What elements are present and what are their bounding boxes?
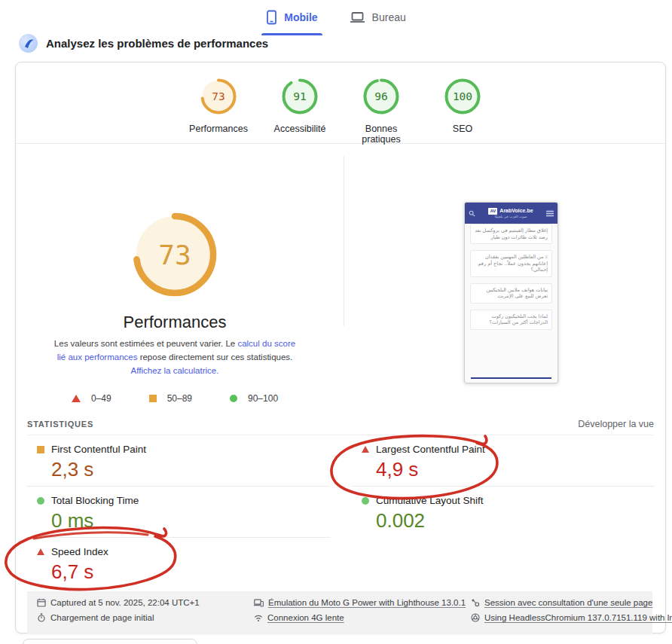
browser-version-text[interactable]: Using HeadlessChromium 137.0.7151.119 wi…	[484, 613, 672, 622]
page-load-type: Chargement de page initial	[37, 613, 254, 622]
metrics-column-right: Largest Contentful Paint 4,9 s Cumulativ…	[351, 435, 655, 588]
search-icon	[469, 210, 475, 217]
performance-overview: 73 Performances Les valeurs sont estimée…	[16, 144, 665, 414]
calendar-icon	[37, 598, 46, 607]
browser-version: Using HeadlessChromium 137.0.7151.119 wi…	[471, 613, 672, 622]
legend-fail-range: 0–49	[91, 393, 111, 404]
metric-label: Total Blocking Time	[51, 495, 139, 506]
metric-label: Speed Index	[51, 546, 108, 557]
session-type: Session avec consultation d'une seule pa…	[471, 598, 672, 607]
performance-insights-icon	[19, 34, 38, 53]
main-gauge-value: 73	[133, 212, 217, 297]
metric-value: 4,9 s	[376, 458, 655, 481]
score-accessibilite[interactable]: 91 Accessibilité	[264, 78, 336, 143]
final-screenshot-thumbnail: AV ArabVoice.be صوت العرب في بلجيكا إغلا…	[464, 202, 558, 383]
score-gauge: 96	[363, 78, 399, 114]
metric-first-contentful-paint: First Contentful Paint 2,3 s	[26, 435, 330, 487]
metric-label: First Contentful Paint	[51, 444, 146, 455]
chromium-icon	[471, 613, 480, 622]
tab-desktop[interactable]: Bureau	[345, 3, 411, 35]
calculator-link[interactable]: Affichez la calculatrice.	[131, 366, 219, 375]
fail-triangle-icon	[37, 548, 44, 555]
score-gauge: 100	[444, 78, 481, 114]
network-throttling: Connexion 4G lente	[254, 613, 471, 622]
devices-icon	[254, 598, 264, 607]
tab-mobile-label: Mobile	[284, 11, 317, 23]
metric-label: Cumulative Layout Shift	[376, 495, 484, 506]
device-emulation: Émulation du Moto G Power with Lighthous…	[254, 598, 471, 607]
score-label: SEO	[426, 124, 499, 134]
metric-total-blocking-time: Total Blocking Time 0 ms	[26, 487, 330, 538]
metric-value: 0 ms	[51, 509, 330, 532]
logo-badge: AV	[488, 208, 497, 215]
runtime-settings-footer: Captured at 5 nov. 2025, 22:04 UTC+1 Cha…	[27, 591, 652, 633]
capture-time-text: Captured at 5 nov. 2025, 22:04 UTC+1	[50, 598, 200, 607]
stopwatch-icon	[37, 613, 46, 622]
metrics-column-left: First Contentful Paint 2,3 s Total Block…	[26, 435, 330, 588]
score-bonnes-pratiques[interactable]: 96 Bonnes pratiques	[345, 78, 417, 143]
metric-value: 2,3 s	[51, 458, 330, 481]
score-value: 91	[282, 78, 318, 114]
metrics-grid: First Contentful Paint 2,3 s Total Block…	[26, 435, 655, 588]
site-logo: AV ArabVoice.be صوت العرب في بلجيكا	[475, 208, 546, 219]
metric-largest-contentful-paint: Largest Contentful Paint 4,9 s	[351, 435, 655, 487]
headline-card: ٪ من العاطلين المهنيين بفقدان إعاناتهم ي…	[470, 250, 552, 277]
fail-triangle-icon	[362, 446, 369, 453]
good-circle-icon	[37, 497, 44, 505]
legend-good-range: 90–100	[248, 393, 278, 404]
score-value: 73	[200, 78, 237, 114]
tab-desktop-label: Bureau	[372, 11, 406, 23]
good-circle-icon	[230, 395, 237, 402]
mobile-phone-icon	[266, 10, 277, 25]
disclaimer-text: repose directement sur ces statistiques.	[137, 353, 292, 362]
disclaimer-text: Les valeurs sont estimées et peuvent var…	[54, 339, 238, 348]
main-gauge-label: Performances	[16, 313, 334, 332]
device-tabs: Mobile Bureau	[0, 3, 672, 35]
metric-value: 6,7 s	[51, 560, 330, 583]
laptop-icon	[350, 11, 365, 24]
headline-card: بيانات هواتف ملايين البلجيكيين تعرض للبي…	[470, 283, 552, 304]
site-brand: ArabVoice.be	[499, 208, 533, 214]
pagespeed-report: Mobile Bureau Analysez les problèmes de …	[0, 0, 672, 644]
tab-mobile[interactable]: Mobile	[261, 3, 322, 35]
section-header: Analysez les problèmes de performances	[19, 34, 268, 53]
wifi-icon	[254, 614, 263, 622]
score-gauge: 91	[282, 78, 318, 114]
thumbnail-site-header: AV ArabVoice.be صوت العرب في بلجيكا	[465, 203, 557, 224]
page-load-type-text: Chargement de page initial	[50, 613, 154, 622]
performance-main-gauge: 73	[133, 212, 217, 297]
metric-speed-index: Speed Index 6,7 s	[26, 538, 330, 588]
device-emulation-text[interactable]: Émulation du Moto G Power with Lighthous…	[268, 598, 466, 607]
site-tagline: صوت العرب في بلجيكا	[495, 215, 527, 218]
score-seo[interactable]: 100 SEO	[426, 78, 499, 143]
category-scores: 73 Performances 91 Accessibilité 96 Bonn…	[16, 63, 665, 144]
network-throttling-text[interactable]: Connexion 4G lente	[267, 613, 344, 622]
score-gauge: 73	[200, 78, 237, 114]
statistics-header: STATISTIQUES Développer la vue	[27, 414, 654, 435]
metric-label: Largest Contentful Paint	[376, 444, 485, 455]
score-label: Performances	[182, 124, 255, 134]
next-section-partial	[23, 639, 197, 644]
report-card: 73 Performances 91 Accessibilité 96 Bonn…	[15, 62, 666, 633]
thumbnail-accent-line	[471, 377, 551, 379]
statistics-title: STATISTIQUES	[27, 420, 93, 429]
average-square-icon	[37, 446, 44, 453]
score-label: Accessibilité	[264, 124, 336, 134]
fail-triangle-icon	[72, 395, 81, 402]
metric-value: 0.002	[376, 509, 655, 532]
capture-time: Captured at 5 nov. 2025, 22:04 UTC+1	[37, 598, 254, 607]
expand-view-button[interactable]: Développer la vue	[578, 419, 654, 429]
headline-card: إغلاق مطار إلفينتيم في بروكسل بعد رصد ثل…	[470, 224, 552, 244]
session-type-text[interactable]: Session avec consultation d'une seule pa…	[484, 598, 652, 607]
score-label: Bonnes pratiques	[345, 124, 417, 145]
tab-active-underline	[261, 33, 322, 35]
score-disclaimer: Les valeurs sont estimées et peuvent var…	[49, 337, 301, 377]
score-performances[interactable]: 73 Performances	[182, 78, 255, 143]
average-square-icon	[149, 395, 157, 402]
good-circle-icon	[362, 497, 369, 505]
page-title: Analysez les problèmes de performances	[46, 37, 268, 50]
vertical-divider	[344, 156, 344, 326]
score-value: 96	[363, 78, 399, 114]
score-legend: 0–49 50–89 90–100	[16, 393, 334, 404]
legend-average-range: 50–89	[167, 393, 192, 404]
